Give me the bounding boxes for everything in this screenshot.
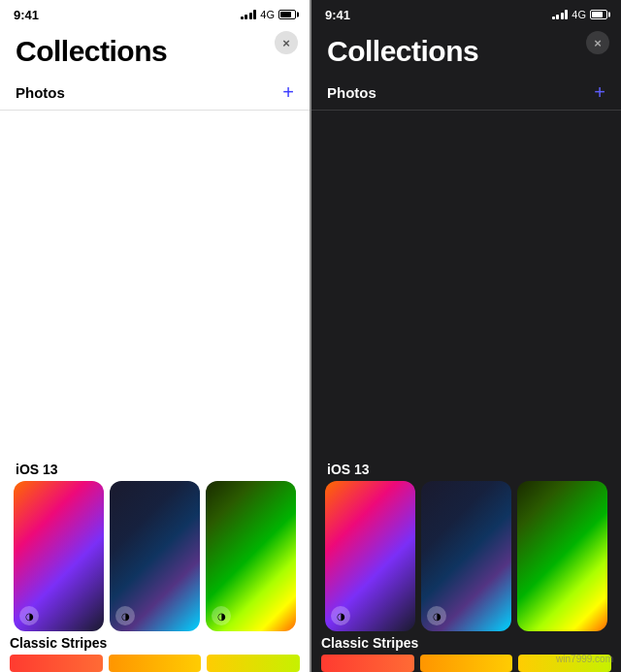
empty-space-light bbox=[0, 111, 310, 456]
watermark: win7999.com bbox=[556, 654, 613, 664]
network-label-light: 4G bbox=[260, 9, 275, 20]
wallpaper-thumb-orange-light[interactable]: ◑ bbox=[14, 481, 104, 631]
page-title-dark: Collections bbox=[311, 27, 621, 76]
wallpaper-thumb-orange-dark[interactable]: ◑ bbox=[325, 481, 415, 631]
light-mode-panel: 9:41 4G × Collections Photos + iOS 13 ◑ … bbox=[0, 0, 310, 672]
time-light: 9:41 bbox=[14, 8, 39, 22]
battery-icon-dark bbox=[590, 10, 607, 19]
status-icons-light: 4G bbox=[241, 9, 296, 20]
battery-icon-light bbox=[278, 10, 296, 19]
thumb-icon-1: ◑ bbox=[19, 606, 39, 625]
status-icons-dark: 4G bbox=[552, 9, 607, 20]
ios13-section-dark: iOS 13 ◑ ◑ bbox=[311, 456, 621, 631]
page-title-light: Collections bbox=[0, 27, 310, 76]
wallpaper-thumb-blue-dark[interactable]: ◑ bbox=[421, 481, 511, 631]
close-button-dark[interactable]: × bbox=[586, 31, 609, 54]
thumb-icon-5: ◑ bbox=[427, 606, 446, 625]
ios-label-dark: iOS 13 bbox=[321, 456, 611, 481]
signal-icon bbox=[241, 10, 257, 19]
time-dark: 9:41 bbox=[325, 8, 350, 22]
status-bar-dark: 9:41 4G bbox=[311, 0, 621, 27]
wallpaper-row-dark: ◑ ◑ bbox=[321, 481, 611, 631]
thumb-icon-4: ◑ bbox=[331, 606, 350, 625]
signal-icon-dark bbox=[552, 10, 569, 19]
thumb-icon-2: ◑ bbox=[115, 606, 135, 625]
network-label-dark: 4G bbox=[572, 9, 586, 20]
stripes-row-light bbox=[0, 653, 310, 672]
add-collection-light[interactable]: + bbox=[282, 81, 294, 104]
photos-label-dark: Photos bbox=[327, 84, 376, 101]
ios13-section-light: iOS 13 ◑ ◑ ◑ bbox=[0, 456, 310, 631]
wallpaper-thumb-green-light[interactable]: ◑ bbox=[206, 481, 296, 631]
add-collection-dark[interactable]: + bbox=[594, 81, 605, 104]
stripe-yellow-light[interactable] bbox=[207, 655, 300, 672]
stripe-red-dark[interactable] bbox=[321, 655, 414, 672]
classic-label-dark: Classic Stripes bbox=[311, 631, 621, 653]
classic-label-light: Classic Stripes bbox=[0, 631, 310, 653]
stripe-red-light[interactable] bbox=[10, 655, 103, 672]
wallpaper-thumb-green-dark[interactable] bbox=[517, 481, 607, 631]
photos-row-dark: Photos + bbox=[311, 76, 621, 111]
stripe-orange-dark[interactable] bbox=[420, 655, 513, 672]
photos-label-light: Photos bbox=[16, 84, 65, 101]
ios-label-light: iOS 13 bbox=[10, 456, 300, 481]
wallpaper-row-light: ◑ ◑ ◑ bbox=[10, 481, 300, 631]
wallpaper-thumb-blue-light[interactable]: ◑ bbox=[110, 481, 200, 631]
status-bar-light: 9:41 4G bbox=[0, 0, 310, 27]
close-button-light[interactable]: × bbox=[275, 31, 298, 54]
thumb-icon-3: ◑ bbox=[212, 606, 231, 625]
dark-mode-panel: 9:41 4G × Collections Photos + iOS 13 ◑ … bbox=[311, 0, 621, 672]
stripe-orange-light[interactable] bbox=[109, 655, 202, 672]
empty-space-dark bbox=[311, 111, 621, 456]
photos-row-light: Photos + bbox=[0, 76, 310, 111]
